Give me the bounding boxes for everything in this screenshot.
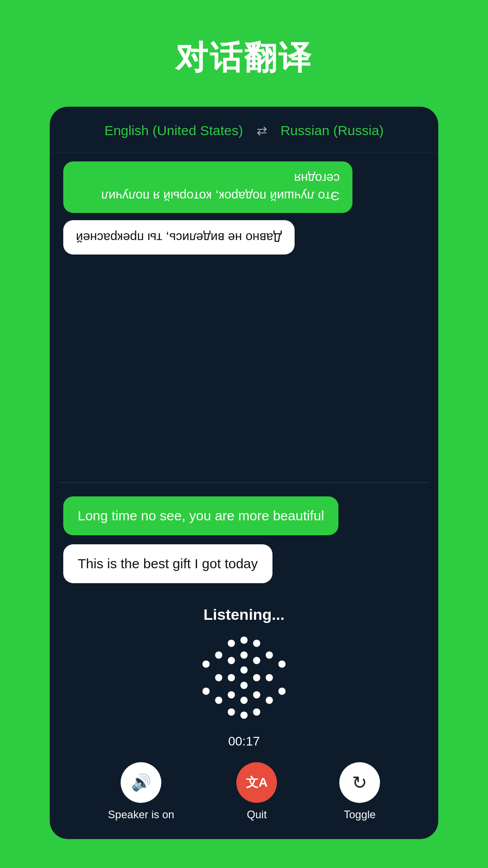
quit-label: Quit xyxy=(247,808,267,821)
recording-timer: 00:17 xyxy=(228,734,260,749)
wave-dot xyxy=(228,708,235,716)
target-language[interactable]: Russian (Russia) xyxy=(281,123,384,138)
wave-dot xyxy=(253,708,260,716)
wave-dot xyxy=(228,640,235,647)
upper-chat-area: Давно не виделись, ты прекрасней Это луч… xyxy=(50,152,438,482)
main-card: English (United States) ⇄ Russian (Russi… xyxy=(50,107,438,839)
wave-dot xyxy=(202,688,210,695)
wave-dot xyxy=(228,674,235,681)
speaker-control[interactable]: 🔊 Speaker is on xyxy=(108,762,174,821)
listening-status: Listening... xyxy=(203,606,284,623)
toggle-button[interactable]: ↻ xyxy=(339,762,380,803)
quit-button[interactable]: 文A xyxy=(236,762,277,803)
wave-col-2 xyxy=(215,644,222,712)
wave-dot xyxy=(266,697,273,704)
wave-dot xyxy=(266,674,273,681)
waveform xyxy=(189,632,299,723)
wave-col-1 xyxy=(202,651,210,705)
language-bar: English (United States) ⇄ Russian (Russi… xyxy=(50,107,438,152)
wave-dot xyxy=(266,651,273,659)
wave-col-5 xyxy=(253,635,260,721)
wave-dot xyxy=(228,691,235,698)
wave-dot xyxy=(240,651,248,659)
wave-col-7 xyxy=(278,651,286,705)
quit-control[interactable]: 文A Quit xyxy=(236,762,277,821)
source-language[interactable]: English (United States) xyxy=(104,123,243,138)
toggle-icon: ↻ xyxy=(352,772,367,793)
wave-dot xyxy=(228,657,235,664)
wave-dot xyxy=(240,666,248,674)
wave-dot xyxy=(202,660,210,668)
wave-dot xyxy=(215,674,222,681)
lower-chat-area: Long time no see, you are more beautiful… xyxy=(50,483,438,592)
wave-dot xyxy=(240,712,248,719)
speaker-button[interactable]: 🔊 xyxy=(121,762,161,803)
wave-dot xyxy=(253,674,260,681)
wave-dot xyxy=(215,651,222,659)
listening-section: Listening... xyxy=(50,592,438,749)
wave-dot xyxy=(278,688,286,695)
wave-col-4 xyxy=(240,632,248,723)
lower-message-white: This is the best gift I got today xyxy=(63,544,272,583)
wave-dot xyxy=(215,697,222,704)
wave-dot xyxy=(240,697,248,704)
app-title: 对话翻译 xyxy=(175,36,313,80)
wave-col-6 xyxy=(266,644,273,712)
upper-message-green: Это лучший подарок, который я получил се… xyxy=(63,161,352,213)
speaker-icon: 🔊 xyxy=(131,773,151,792)
wave-dot xyxy=(240,682,248,689)
wave-dot xyxy=(253,640,260,647)
toggle-label: Toggle xyxy=(344,808,376,821)
upper-message-white: Давно не виделись, ты прекрасней xyxy=(63,220,295,254)
lower-message-green: Long time no see, you are more beautiful xyxy=(63,496,338,535)
wave-col-3 xyxy=(228,635,235,721)
toggle-control[interactable]: ↻ Toggle xyxy=(339,762,380,821)
wave-dot xyxy=(240,637,248,644)
wave-dot xyxy=(253,657,260,664)
speaker-label: Speaker is on xyxy=(108,808,174,821)
swap-languages-icon[interactable]: ⇄ xyxy=(257,123,267,138)
wave-dot xyxy=(278,660,286,668)
wave-dot xyxy=(253,691,260,698)
bottom-controls: 🔊 Speaker is on 文A Quit ↻ Toggle xyxy=(50,753,438,839)
quit-icon: 文A xyxy=(246,774,267,791)
